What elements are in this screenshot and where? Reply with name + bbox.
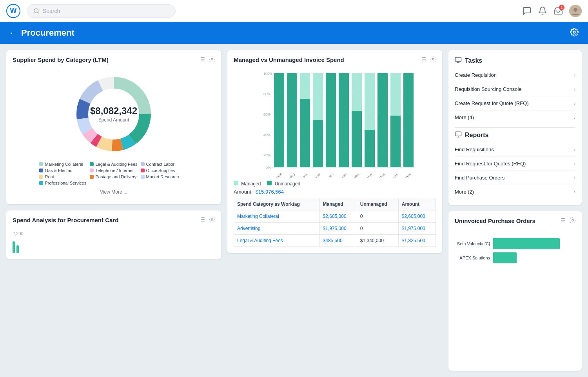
svg-rect-82 <box>456 57 461 62</box>
filter-icon2[interactable] <box>198 216 205 223</box>
svg-text:0%: 0% <box>266 166 271 170</box>
search-placeholder: Search <box>43 8 60 14</box>
main-content: Supplier Spend by Category (LTM) <box>0 44 588 377</box>
gear-icon3[interactable] <box>430 56 437 63</box>
managed-spend-card: Managed vs Unmanaged Invoice Spend 100% … <box>227 50 442 253</box>
svg-point-4 <box>573 31 575 33</box>
managed-color <box>234 181 238 185</box>
report-item[interactable]: Find Purchase Orders› <box>455 171 575 185</box>
back-button[interactable]: ← <box>9 29 16 37</box>
uninvoiced-bar: Seth Valencia [C] <box>455 238 575 249</box>
table-row: Advertising $1,975,000 0 $1,975,000 <box>234 223 436 235</box>
svg-text:20%: 20% <box>263 153 270 157</box>
svg-text:80%: 80% <box>263 92 270 96</box>
svg-rect-70 <box>403 73 414 167</box>
donut-chart: $8,082,342 Spend Amount <box>71 71 157 157</box>
task-item[interactable]: Requisition Sourcing Console› <box>455 82 575 96</box>
legend-item: Marketing Collateral <box>39 162 87 167</box>
report-item[interactable]: Find Request for Quotes (RFQ)› <box>455 157 575 171</box>
gear-icon2[interactable] <box>209 216 216 223</box>
amount-value: $15,976,564 <box>256 189 284 195</box>
gear-icon[interactable] <box>209 56 216 63</box>
col-category: Spend Category as Worktag <box>234 198 320 210</box>
amount-row: Amount $15,976,564 <box>234 189 436 195</box>
svg-text:Advertising: Advertising <box>282 172 295 178</box>
uninvoiced-icons <box>559 217 576 224</box>
settings-button[interactable] <box>570 28 579 38</box>
logo-letter: W <box>10 7 17 15</box>
card-icons <box>198 56 216 63</box>
svg-point-36 <box>432 58 434 60</box>
svg-point-3 <box>573 8 577 12</box>
svg-rect-50 <box>274 73 284 167</box>
legend-item: Gas & Electric <box>39 168 87 173</box>
filter-icon[interactable] <box>198 56 205 63</box>
svg-text:Other: Other <box>404 172 412 178</box>
donut-chart-container: $8,082,342 Spend Amount Marketing Collat… <box>13 68 215 198</box>
svg-text:Marketing Collateral: Marketing Collateral <box>260 172 283 178</box>
gear-icon4[interactable] <box>569 217 576 224</box>
svg-rect-56 <box>313 120 323 167</box>
legend-item: Professional Services <box>39 181 87 185</box>
table-row: Marketing Collateral $2,605,000 0 $2,605… <box>234 210 436 223</box>
user-avatar[interactable] <box>569 5 582 17</box>
page-title: Procurement <box>21 28 74 38</box>
uninvoiced-bars: Seth Valencia [C] APEX Solutions <box>455 238 575 263</box>
section-divider <box>455 127 575 128</box>
message-icon[interactable] <box>522 6 532 16</box>
uninvoiced-title: Uninvoiced Purchase Orders <box>455 218 575 224</box>
view-more-link[interactable]: View More ... <box>100 189 127 195</box>
unmanaged-color <box>267 181 272 185</box>
notification-icon[interactable] <box>538 6 547 16</box>
spend-analysis-title: Spend Analysis for Procurement Card <box>13 217 215 223</box>
top-nav: W Search 2 <box>0 0 588 22</box>
svg-line-1 <box>38 12 39 13</box>
svg-rect-54 <box>300 99 310 167</box>
legend-item: Rent <box>39 174 87 179</box>
svg-point-11 <box>211 58 213 60</box>
uninvoiced-bar: APEX Solutions <box>455 252 575 263</box>
bar-chart: 100% 80% 60% 40% 20% 0% <box>234 68 436 178</box>
spend-table: Spend Category as Worktag Managed Unmana… <box>234 198 436 247</box>
spend-analysis-card: Spend Analysis for Procurement Card 2,20… <box>6 210 221 259</box>
logo-area: W <box>6 4 20 18</box>
search-bar[interactable]: Search <box>27 4 176 18</box>
managed-label: Managed <box>241 181 261 187</box>
svg-text:100%: 100% <box>263 72 272 76</box>
reports-list: Find Requisitions›Find Request for Quote… <box>455 143 575 199</box>
donut-label: Spend Amount <box>90 117 137 123</box>
task-item[interactable]: Create Requisition› <box>455 68 575 82</box>
svg-text:Legal & Auditing Fees: Legal & Auditing Fees <box>284 172 308 178</box>
tasks-reports-card: Tasks Create Requisition›Requisition Sou… <box>448 50 582 205</box>
unmanaged-label: Unmanaged <box>275 181 300 187</box>
svg-rect-64 <box>365 130 375 167</box>
spend-analysis-yval: 2,200 <box>13 231 215 236</box>
supplier-spend-title: Supplier Spend by Category (LTM) <box>13 56 215 63</box>
tasks-icon <box>455 56 462 65</box>
svg-rect-85 <box>456 132 461 136</box>
report-item[interactable]: More (2)› <box>455 185 575 199</box>
svg-point-94 <box>572 219 574 221</box>
filter-icon3[interactable] <box>419 56 426 63</box>
managed-legend: Managed <box>234 181 261 187</box>
task-item[interactable]: More (4)› <box>455 111 575 124</box>
inbox-icon[interactable]: 2 <box>554 6 563 16</box>
supplier-spend-card: Supplier Spend by Category (LTM) <box>6 50 221 204</box>
col-unmanaged: Unmanaged <box>357 198 398 210</box>
filter-icon4[interactable] <box>559 217 566 224</box>
svg-rect-58 <box>326 73 336 167</box>
svg-point-0 <box>34 9 38 13</box>
search-icon <box>33 8 40 14</box>
svg-rect-60 <box>339 73 349 167</box>
task-item[interactable]: Create Request for Quote (RFQ)› <box>455 96 575 111</box>
legend-item: Office Supplies <box>141 168 188 173</box>
svg-rect-68 <box>390 116 401 167</box>
header-banner: ← Procurement <box>0 22 588 44</box>
workday-logo[interactable]: W <box>6 4 20 18</box>
amount-label: Amount <box>234 189 251 195</box>
donut-legend: Marketing CollateralLegal & Auditing Fee… <box>39 162 188 185</box>
tasks-list: Create Requisition›Requisition Sourcing … <box>455 68 575 124</box>
donut-center: $8,082,342 Spend Amount <box>90 105 137 123</box>
report-item[interactable]: Find Requisitions› <box>455 143 575 157</box>
left-column: Supplier Spend by Category (LTM) <box>6 50 221 371</box>
